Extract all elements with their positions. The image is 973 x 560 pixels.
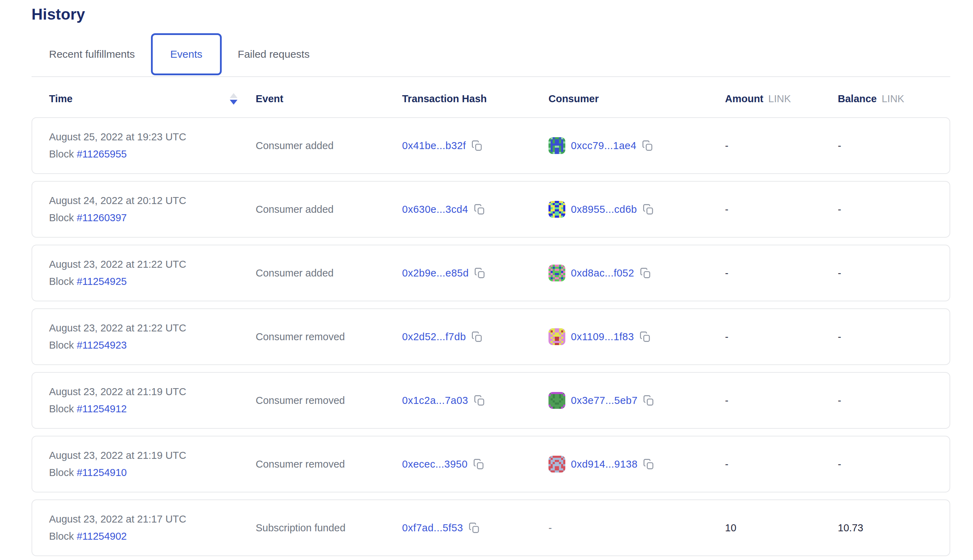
balance-cell: - <box>838 331 950 343</box>
block-number-link[interactable]: #11254912 <box>77 403 127 414</box>
event-cell: Consumer removed <box>256 395 402 407</box>
copy-icon[interactable] <box>474 395 485 406</box>
block-number-link[interactable]: #11254925 <box>77 276 127 287</box>
consumer-empty-dash: - <box>548 522 552 534</box>
amount-unit-label: LINK <box>769 93 791 105</box>
consumer-address-link[interactable]: 0xd8ac...f052 <box>571 267 634 279</box>
copy-icon[interactable] <box>643 204 654 215</box>
block-number-link[interactable]: #11265955 <box>77 148 127 160</box>
time-cell: August 24, 2022 at 20:12 UTC Block #1126… <box>49 195 256 223</box>
time-cell: August 23, 2022 at 21:22 UTC Block #1125… <box>49 322 256 351</box>
tab-recent-fulfillments[interactable]: Recent fulfillments <box>49 48 135 60</box>
consumer-identicon-avatar <box>548 456 565 472</box>
block-line: Block #11265955 <box>49 148 256 160</box>
block-number-link[interactable]: #11254923 <box>77 340 127 351</box>
copy-icon[interactable] <box>471 331 483 342</box>
copy-icon[interactable] <box>640 331 651 342</box>
block-line: Block #11260397 <box>49 212 256 223</box>
table-row: August 24, 2022 at 20:12 UTC Block #1126… <box>32 181 950 238</box>
page-title: History <box>32 0 950 23</box>
block-label: Block <box>49 212 77 223</box>
consumer-address-link[interactable]: 0xd914...9138 <box>571 458 637 470</box>
copy-icon[interactable] <box>642 140 653 151</box>
amount-cell: - <box>725 458 838 470</box>
time-cell: August 23, 2022 at 21:17 UTC Block #1125… <box>49 513 256 542</box>
copy-icon[interactable] <box>469 522 480 533</box>
amount-cell: 10 <box>725 522 838 534</box>
block-number-link[interactable]: #11260397 <box>77 212 127 223</box>
tab-events[interactable]: Events <box>151 33 222 75</box>
transaction-hash-link[interactable]: 0x2b9e...e85d <box>402 267 469 279</box>
tab-failed-requests[interactable]: Failed requests <box>238 48 309 60</box>
avatar-pixel <box>563 279 565 282</box>
block-label: Block <box>49 276 77 287</box>
column-header-tx-label: Transaction Hash <box>402 93 487 105</box>
column-header-balance[interactable]: Balance LINK <box>838 93 950 105</box>
time-cell: August 25, 2022 at 19:23 UTC Block #1126… <box>49 131 256 160</box>
transaction-hash-link[interactable]: 0x1c2a...7a03 <box>402 395 468 407</box>
block-line: Block #11254923 <box>49 340 256 351</box>
block-label: Block <box>49 148 77 160</box>
consumer-address-link[interactable]: 0x3e77...5eb7 <box>571 395 637 407</box>
amount-cell: - <box>725 140 838 152</box>
row-timestamp: August 23, 2022 at 21:22 UTC <box>49 322 256 334</box>
transaction-hash-link[interactable]: 0xecec...3950 <box>402 458 468 470</box>
consumer-cell: 0xd8ac...f052 <box>548 265 725 282</box>
time-cell: August 23, 2022 at 21:19 UTC Block #1125… <box>49 450 256 478</box>
column-header-event[interactable]: Event <box>256 93 402 105</box>
sort-down-arrow-icon <box>230 100 237 105</box>
block-label: Block <box>49 403 77 414</box>
table-row: August 23, 2022 at 21:19 UTC Block #1125… <box>32 372 950 429</box>
transaction-hash-link[interactable]: 0x630e...3cd4 <box>402 204 468 215</box>
table-row: August 23, 2022 at 21:22 UTC Block #1125… <box>32 308 950 365</box>
column-header-consumer[interactable]: Consumer <box>548 93 725 105</box>
column-header-amount[interactable]: Amount LINK <box>725 93 838 105</box>
table-header: Time Event Transaction Hash Consumer Amo… <box>32 77 950 117</box>
event-cell: Consumer added <box>256 204 402 215</box>
column-header-time-label: Time <box>49 93 72 105</box>
consumer-cell: - <box>548 522 725 534</box>
column-header-consumer-label: Consumer <box>548 93 599 105</box>
block-label: Block <box>49 340 77 351</box>
balance-cell: - <box>838 395 950 407</box>
transaction-hash-link[interactable]: 0xf7ad...5f53 <box>402 522 463 534</box>
block-number-link[interactable]: #11254902 <box>77 531 127 542</box>
transaction-hash-link[interactable]: 0x2d52...f7db <box>402 331 466 343</box>
block-number-link[interactable]: #11254910 <box>77 467 127 478</box>
copy-icon[interactable] <box>643 395 654 406</box>
tab-bar: Recent fulfillments Events Failed reques… <box>32 32 950 77</box>
block-line: Block #11254912 <box>49 403 256 415</box>
avatar-pixel <box>563 216 565 218</box>
consumer-address-link[interactable]: 0xcc79...1ae4 <box>571 140 636 152</box>
consumer-address-link[interactable]: 0x8955...cd6b <box>571 204 637 215</box>
column-header-transaction-hash[interactable]: Transaction Hash <box>402 93 548 105</box>
balance-cell: 10.73 <box>838 522 950 534</box>
balance-cell: - <box>838 140 950 152</box>
transaction-hash-link[interactable]: 0x41be...b32f <box>402 140 466 152</box>
sort-descending-icon[interactable] <box>230 93 237 105</box>
row-timestamp: August 25, 2022 at 19:23 UTC <box>49 131 256 143</box>
copy-icon[interactable] <box>640 267 651 278</box>
transaction-hash-cell: 0x2d52...f7db <box>402 331 548 343</box>
consumer-address-link[interactable]: 0x1109...1f83 <box>571 331 634 343</box>
event-cell: Consumer removed <box>256 331 402 343</box>
column-header-time[interactable]: Time <box>49 93 256 105</box>
time-cell: August 23, 2022 at 21:22 UTC Block #1125… <box>49 258 256 287</box>
table-row: August 23, 2022 at 21:19 UTC Block #1125… <box>32 436 950 492</box>
event-cell: Consumer removed <box>256 458 402 470</box>
copy-icon[interactable] <box>471 140 483 151</box>
copy-icon[interactable] <box>643 458 654 470</box>
consumer-identicon-avatar <box>548 137 565 154</box>
avatar-pixel <box>563 470 565 472</box>
copy-icon[interactable] <box>474 204 485 215</box>
avatar-pixel <box>563 152 565 154</box>
consumer-cell: 0x8955...cd6b <box>548 201 725 218</box>
row-timestamp: August 24, 2022 at 20:12 UTC <box>49 195 256 207</box>
copy-icon[interactable] <box>473 458 485 470</box>
consumer-identicon-avatar <box>548 265 565 282</box>
avatar-pixel <box>563 407 565 409</box>
amount-cell: - <box>725 267 838 279</box>
copy-icon[interactable] <box>474 267 485 278</box>
transaction-hash-cell: 0xf7ad...5f53 <box>402 522 548 534</box>
consumer-cell: 0xcc79...1ae4 <box>548 137 725 154</box>
